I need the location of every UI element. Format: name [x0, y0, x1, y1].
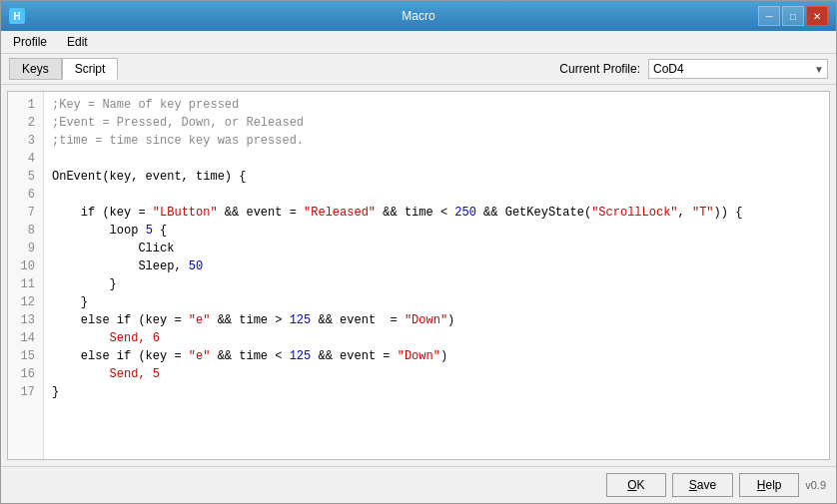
- menu-edit[interactable]: Edit: [61, 33, 94, 51]
- main-window: H Macro ─ □ ✕ Profile Edit Keys Script C…: [0, 0, 837, 504]
- line-numbers: 1234 5678 9101112 13141516 17: [8, 92, 44, 459]
- toolbar: Keys Script Current Profile: CoD4 ▼: [1, 54, 836, 85]
- close-button[interactable]: ✕: [806, 6, 828, 26]
- version-text: v0.9: [805, 479, 826, 491]
- ok-button[interactable]: OK: [606, 473, 666, 497]
- maximize-button[interactable]: □: [782, 6, 804, 26]
- menu-bar: Profile Edit: [1, 31, 836, 54]
- help-button[interactable]: Help: [739, 473, 799, 497]
- bottom-bar: OK Save Help v0.9: [1, 466, 836, 503]
- code-editor[interactable]: 1234 5678 9101112 13141516 17 ;Key = Nam…: [7, 91, 830, 460]
- tab-keys[interactable]: Keys: [9, 58, 62, 80]
- profile-select-wrapper: CoD4 ▼: [648, 59, 828, 79]
- profile-label: Current Profile:: [559, 62, 640, 76]
- profile-select[interactable]: CoD4: [648, 59, 828, 79]
- window-controls: ─ □ ✕: [758, 6, 828, 26]
- title-bar-left: H: [9, 8, 25, 24]
- tab-container: Keys Script: [9, 58, 118, 80]
- code-content[interactable]: ;Key = Name of key pressed;Event = Press…: [44, 92, 829, 459]
- tab-script[interactable]: Script: [62, 58, 119, 80]
- content-area: 1234 5678 9101112 13141516 17 ;Key = Nam…: [1, 85, 836, 466]
- minimize-button[interactable]: ─: [758, 6, 780, 26]
- window-title: Macro: [402, 9, 434, 23]
- menu-profile[interactable]: Profile: [7, 33, 53, 51]
- save-button[interactable]: Save: [672, 473, 733, 497]
- title-bar: H Macro ─ □ ✕: [1, 1, 836, 31]
- app-icon: H: [9, 8, 25, 24]
